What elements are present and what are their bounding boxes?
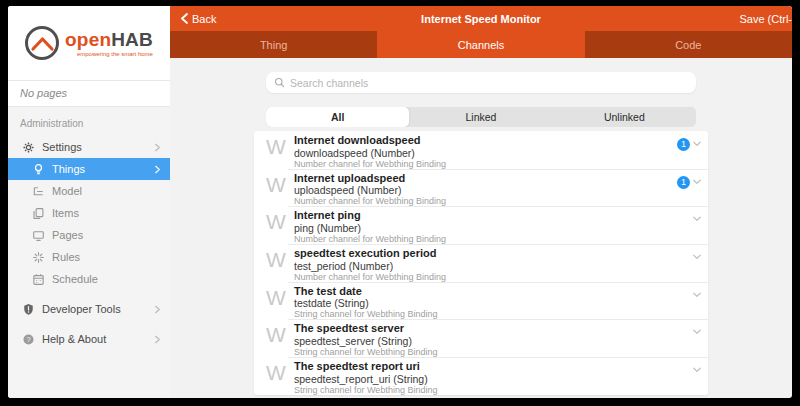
- channel-id: test_period (Number): [294, 260, 692, 272]
- brand-hab: HAB: [111, 29, 153, 50]
- channel-binding-icon: W: [262, 285, 290, 320]
- topbar: Back Internet Speed Monitor Save (Ctrl-: [170, 6, 792, 31]
- sidebar-item-model[interactable]: Model: [8, 180, 170, 202]
- chevron-right-icon: [153, 165, 162, 174]
- channel-title: Internet downloadspeed: [294, 134, 677, 147]
- chevron-right-icon: [153, 143, 162, 152]
- channel-row-speedtest-server[interactable]: WThe speedtest serverspeedtest_server (S…: [254, 319, 708, 357]
- app-window: openHAB empowering the smart home No pag…: [8, 6, 792, 398]
- channel-id: downloadspeed (Number): [294, 147, 677, 159]
- segment-all[interactable]: All: [266, 107, 409, 127]
- channel-texts: Internet uploadspeeduploadspeed (Number)…: [290, 172, 677, 207]
- channel-texts: The test datetestdate (String)String cha…: [290, 285, 692, 320]
- sidebar-item-settings[interactable]: Settings: [8, 136, 170, 158]
- logo-roof-icon: [25, 26, 59, 60]
- search-icon: [274, 77, 285, 88]
- back-chevron-icon: [180, 13, 189, 24]
- channels-list: WInternet downloadspeeddownloadspeed (Nu…: [254, 131, 708, 395]
- sidebar-item-rules[interactable]: Rules: [8, 246, 170, 268]
- segment-linked[interactable]: Linked: [409, 107, 552, 127]
- chevron-down-icon[interactable]: [692, 327, 702, 337]
- sidebar-item-label: Model: [52, 185, 162, 197]
- channel-texts: The speedtest report urispeedtest_report…: [290, 360, 692, 395]
- link-filter-segmented-control: AllLinkedUnlinked: [266, 107, 696, 127]
- channel-row-test-period[interactable]: Wspeedtest execution periodtest_period (…: [254, 244, 708, 282]
- sidebar-item-label: Settings: [42, 141, 146, 153]
- channel-row-controls: [692, 360, 702, 395]
- channel-description: String channel for Webthing Binding: [294, 385, 692, 395]
- back-button[interactable]: Back: [180, 13, 216, 25]
- channel-row-controls: 1: [677, 134, 702, 169]
- channel-title: The speedtest server: [294, 322, 692, 335]
- administration-section-label: Administration: [8, 107, 170, 136]
- tab-bar: ThingChannelsCode: [170, 31, 792, 58]
- model-icon: [32, 185, 45, 198]
- channel-id: speedtest_report_uri (String): [294, 373, 692, 385]
- channel-row-controls: [692, 322, 702, 357]
- channel-texts: The speedtest serverspeedtest_server (St…: [290, 322, 692, 357]
- channel-binding-icon: W: [262, 172, 290, 207]
- channel-row-speedtest-report-uri[interactable]: WThe speedtest report urispeedtest_repor…: [254, 357, 708, 395]
- tab-channels[interactable]: Channels: [377, 31, 584, 58]
- channel-row-testdate[interactable]: WThe test datetestdate (String)String ch…: [254, 282, 708, 320]
- channel-binding-icon: W: [262, 209, 290, 244]
- search-input[interactable]: [290, 77, 688, 89]
- channel-row-uploadspeed[interactable]: WInternet uploadspeeduploadspeed (Number…: [254, 169, 708, 207]
- channel-texts: Internet pingping (Number)Number channel…: [290, 209, 692, 244]
- sidebar-item-label: Things: [52, 163, 146, 175]
- sidebar-item-label: Pages: [52, 229, 162, 241]
- monitor-icon: [32, 229, 45, 242]
- channel-row-controls: [692, 209, 702, 244]
- sidebar-item-things[interactable]: Things: [8, 158, 170, 180]
- help-icon: ?: [22, 333, 35, 346]
- channel-row-downloadspeed[interactable]: WInternet downloadspeeddownloadspeed (Nu…: [254, 131, 708, 169]
- channel-texts: Internet downloadspeeddownloadspeed (Num…: [290, 134, 677, 169]
- channel-title: The test date: [294, 285, 692, 298]
- channel-binding-icon: W: [262, 322, 290, 357]
- sidebar-item-schedule[interactable]: Schedule: [8, 268, 170, 290]
- sidebar-item-label: Items: [52, 207, 162, 219]
- segment-unlinked[interactable]: Unlinked: [553, 107, 696, 127]
- channel-row-controls: [692, 285, 702, 320]
- channel-binding-icon: W: [262, 360, 290, 395]
- channel-binding-icon: W: [262, 134, 290, 169]
- openhab-logo: openHAB empowering the smart home: [8, 6, 170, 80]
- chevron-down-icon[interactable]: [692, 214, 702, 224]
- tab-thing[interactable]: Thing: [170, 31, 377, 58]
- channel-row-controls: 1: [677, 172, 702, 207]
- calendar-icon: [32, 273, 45, 286]
- save-button[interactable]: Save (Ctrl-: [739, 13, 792, 25]
- sidebar-item-help-about[interactable]: ?Help & About: [8, 328, 170, 350]
- chevron-down-icon[interactable]: [692, 177, 702, 187]
- search-bar[interactable]: [266, 72, 696, 93]
- chevron-right-icon: [153, 335, 162, 344]
- sidebar-item-label: Developer Tools: [42, 303, 146, 315]
- copy-icon: [32, 207, 45, 220]
- chevron-down-icon[interactable]: [692, 290, 702, 300]
- sidebar-item-label: Help & About: [42, 333, 146, 345]
- chevron-down-icon[interactable]: [692, 252, 702, 262]
- brand-tagline: empowering the smart home: [65, 51, 153, 57]
- channel-title: The speedtest report uri: [294, 360, 692, 373]
- sidebar-item-items[interactable]: Items: [8, 202, 170, 224]
- channel-id: uploadspeed (Number): [294, 184, 677, 196]
- channel-title: Internet uploadspeed: [294, 172, 677, 185]
- shield-icon: [22, 303, 35, 316]
- chevron-down-icon[interactable]: [692, 139, 702, 149]
- sidebar-item-pages[interactable]: Pages: [8, 224, 170, 246]
- tab-code[interactable]: Code: [585, 31, 792, 58]
- channel-title: speedtest execution period: [294, 247, 692, 260]
- channel-title: Internet ping: [294, 209, 692, 222]
- channel-row-controls: [692, 247, 702, 282]
- linked-items-count-badge: 1: [677, 176, 690, 189]
- main-panel: Back Internet Speed Monitor Save (Ctrl- …: [170, 6, 792, 398]
- spark-icon: [32, 251, 45, 264]
- content-area: AllLinkedUnlinked WInternet downloadspee…: [170, 58, 792, 398]
- bulb-icon: [32, 163, 45, 176]
- chevron-down-icon[interactable]: [692, 365, 702, 375]
- linked-items-count-badge: 1: [677, 138, 690, 151]
- sidebar-item-developer-tools[interactable]: Developer Tools: [8, 298, 170, 320]
- channel-row-ping[interactable]: WInternet pingping (Number)Number channe…: [254, 206, 708, 244]
- sidebar-menu: SettingsThingsModelItemsPagesRulesSchedu…: [8, 136, 170, 350]
- channel-binding-icon: W: [262, 247, 290, 282]
